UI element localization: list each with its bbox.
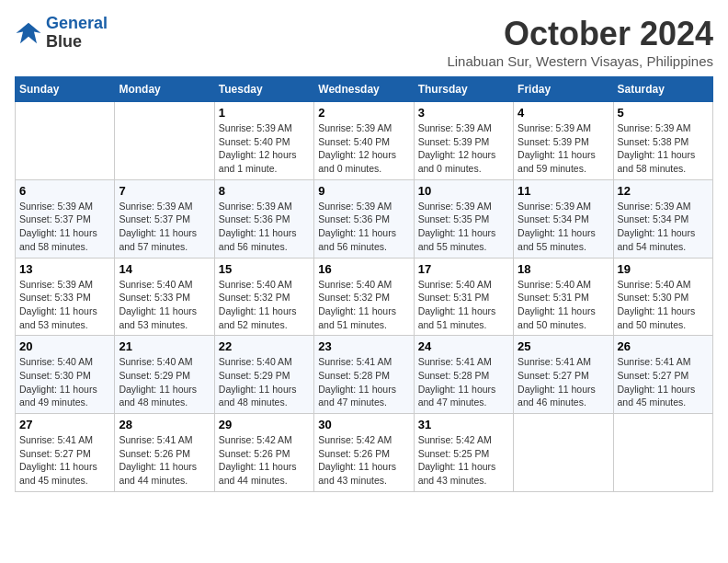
day-number: 27 <box>19 418 110 431</box>
header-wednesday: Wednesday <box>314 77 414 102</box>
day-number: 7 <box>119 184 210 198</box>
day-number: 18 <box>518 262 609 276</box>
day-info: Sunrise: 5:40 AM Sunset: 5:31 PM Dayligh… <box>418 278 509 332</box>
title-block: October 2024 Linabuan Sur, Western Visay… <box>447 15 713 69</box>
table-row: 26Sunrise: 5:41 AM Sunset: 5:27 PM Dayli… <box>613 336 712 414</box>
day-number: 25 <box>518 339 609 353</box>
table-row: 16Sunrise: 5:40 AM Sunset: 5:32 PM Dayli… <box>314 258 414 336</box>
day-info: Sunrise: 5:40 AM Sunset: 5:31 PM Dayligh… <box>518 278 609 332</box>
table-row: 14Sunrise: 5:40 AM Sunset: 5:33 PM Dayli… <box>115 258 214 336</box>
header-friday: Friday <box>514 77 613 102</box>
day-info: Sunrise: 5:39 AM Sunset: 5:34 PM Dayligh… <box>518 200 609 254</box>
day-info: Sunrise: 5:39 AM Sunset: 5:40 PM Dayligh… <box>318 121 409 176</box>
calendar-header-row: Sunday Monday Tuesday Wednesday Thursday… <box>16 77 713 102</box>
day-info: Sunrise: 5:42 AM Sunset: 5:25 PM Dayligh… <box>418 433 509 488</box>
day-number: 10 <box>418 184 509 198</box>
table-row: 10Sunrise: 5:39 AM Sunset: 5:35 PM Dayli… <box>414 179 513 258</box>
table-row: 8Sunrise: 5:39 AM Sunset: 5:36 PM Daylig… <box>214 179 313 258</box>
table-row <box>613 414 712 492</box>
day-number: 24 <box>418 339 509 353</box>
table-row: 1Sunrise: 5:39 AM Sunset: 5:40 PM Daylig… <box>214 102 313 180</box>
day-info: Sunrise: 5:39 AM Sunset: 5:33 PM Dayligh… <box>19 278 110 332</box>
day-info: Sunrise: 5:40 AM Sunset: 5:29 PM Dayligh… <box>219 355 310 409</box>
header-monday: Monday <box>115 77 214 102</box>
table-row: 18Sunrise: 5:40 AM Sunset: 5:31 PM Dayli… <box>514 258 613 336</box>
calendar-week-row: 1Sunrise: 5:39 AM Sunset: 5:40 PM Daylig… <box>16 102 713 180</box>
table-row: 6Sunrise: 5:39 AM Sunset: 5:37 PM Daylig… <box>16 179 115 258</box>
day-info: Sunrise: 5:41 AM Sunset: 5:28 PM Dayligh… <box>318 355 409 409</box>
table-row: 22Sunrise: 5:40 AM Sunset: 5:29 PM Dayli… <box>214 336 313 414</box>
day-info: Sunrise: 5:39 AM Sunset: 5:39 PM Dayligh… <box>518 121 609 176</box>
day-number: 6 <box>19 184 110 198</box>
calendar-week-row: 6Sunrise: 5:39 AM Sunset: 5:37 PM Daylig… <box>16 179 713 258</box>
table-row: 17Sunrise: 5:40 AM Sunset: 5:31 PM Dayli… <box>414 258 513 336</box>
table-row: 27Sunrise: 5:41 AM Sunset: 5:27 PM Dayli… <box>16 414 115 492</box>
day-number: 5 <box>618 106 709 120</box>
page-header: GeneralBlue October 2024 Linabuan Sur, W… <box>15 15 713 69</box>
day-number: 26 <box>618 339 709 353</box>
day-info: Sunrise: 5:41 AM Sunset: 5:27 PM Dayligh… <box>518 355 609 409</box>
day-number: 21 <box>119 339 210 353</box>
day-info: Sunrise: 5:40 AM Sunset: 5:29 PM Dayligh… <box>119 355 210 409</box>
table-row <box>514 414 613 492</box>
day-info: Sunrise: 5:39 AM Sunset: 5:39 PM Dayligh… <box>418 121 509 176</box>
header-saturday: Saturday <box>613 77 712 102</box>
table-row: 23Sunrise: 5:41 AM Sunset: 5:28 PM Dayli… <box>314 336 414 414</box>
table-row: 20Sunrise: 5:40 AM Sunset: 5:30 PM Dayli… <box>16 336 115 414</box>
day-number: 22 <box>219 339 310 353</box>
table-row: 24Sunrise: 5:41 AM Sunset: 5:28 PM Dayli… <box>414 336 513 414</box>
day-number: 28 <box>119 418 210 431</box>
calendar-table: Sunday Monday Tuesday Wednesday Thursday… <box>15 76 713 492</box>
day-info: Sunrise: 5:42 AM Sunset: 5:26 PM Dayligh… <box>318 433 409 488</box>
table-row: 25Sunrise: 5:41 AM Sunset: 5:27 PM Dayli… <box>514 336 613 414</box>
table-row: 15Sunrise: 5:40 AM Sunset: 5:32 PM Dayli… <box>214 258 313 336</box>
day-number: 11 <box>518 184 609 198</box>
svg-marker-0 <box>17 23 41 44</box>
day-number: 30 <box>318 418 409 431</box>
calendar-week-row: 27Sunrise: 5:41 AM Sunset: 5:27 PM Dayli… <box>16 414 713 492</box>
table-row: 29Sunrise: 5:42 AM Sunset: 5:26 PM Dayli… <box>214 414 313 492</box>
day-info: Sunrise: 5:39 AM Sunset: 5:36 PM Dayligh… <box>318 200 409 254</box>
table-row: 3Sunrise: 5:39 AM Sunset: 5:39 PM Daylig… <box>414 102 513 180</box>
table-row: 11Sunrise: 5:39 AM Sunset: 5:34 PM Dayli… <box>514 179 613 258</box>
day-info: Sunrise: 5:39 AM Sunset: 5:37 PM Dayligh… <box>119 200 210 254</box>
table-row: 13Sunrise: 5:39 AM Sunset: 5:33 PM Dayli… <box>16 258 115 336</box>
table-row: 30Sunrise: 5:42 AM Sunset: 5:26 PM Dayli… <box>314 414 414 492</box>
day-number: 8 <box>219 184 310 198</box>
location-title: Linabuan Sur, Western Visayas, Philippin… <box>447 53 713 69</box>
table-row: 12Sunrise: 5:39 AM Sunset: 5:34 PM Dayli… <box>613 179 712 258</box>
day-info: Sunrise: 5:41 AM Sunset: 5:27 PM Dayligh… <box>618 355 709 409</box>
header-tuesday: Tuesday <box>214 77 313 102</box>
day-number: 9 <box>318 184 409 198</box>
day-number: 15 <box>219 262 310 276</box>
day-number: 14 <box>119 262 210 276</box>
day-number: 12 <box>618 184 709 198</box>
day-info: Sunrise: 5:40 AM Sunset: 5:32 PM Dayligh… <box>318 278 409 332</box>
table-row: 21Sunrise: 5:40 AM Sunset: 5:29 PM Dayli… <box>115 336 214 414</box>
day-number: 20 <box>19 339 110 353</box>
day-number: 16 <box>318 262 409 276</box>
table-row: 2Sunrise: 5:39 AM Sunset: 5:40 PM Daylig… <box>314 102 414 180</box>
day-number: 29 <box>219 418 310 431</box>
day-info: Sunrise: 5:42 AM Sunset: 5:26 PM Dayligh… <box>219 433 310 488</box>
day-number: 19 <box>618 262 709 276</box>
table-row: 7Sunrise: 5:39 AM Sunset: 5:37 PM Daylig… <box>115 179 214 258</box>
table-row: 5Sunrise: 5:39 AM Sunset: 5:38 PM Daylig… <box>613 102 712 180</box>
day-info: Sunrise: 5:41 AM Sunset: 5:27 PM Dayligh… <box>19 433 110 488</box>
day-number: 2 <box>318 106 409 120</box>
day-info: Sunrise: 5:40 AM Sunset: 5:33 PM Dayligh… <box>119 278 210 332</box>
day-info: Sunrise: 5:41 AM Sunset: 5:28 PM Dayligh… <box>418 355 509 409</box>
table-row: 9Sunrise: 5:39 AM Sunset: 5:36 PM Daylig… <box>314 179 414 258</box>
day-info: Sunrise: 5:39 AM Sunset: 5:35 PM Dayligh… <box>418 200 509 254</box>
day-info: Sunrise: 5:40 AM Sunset: 5:30 PM Dayligh… <box>618 278 709 332</box>
table-row: 19Sunrise: 5:40 AM Sunset: 5:30 PM Dayli… <box>613 258 712 336</box>
table-row <box>16 102 115 180</box>
header-thursday: Thursday <box>414 77 513 102</box>
day-number: 31 <box>418 418 509 431</box>
day-number: 4 <box>518 106 609 120</box>
table-row: 28Sunrise: 5:41 AM Sunset: 5:26 PM Dayli… <box>115 414 214 492</box>
day-info: Sunrise: 5:39 AM Sunset: 5:36 PM Dayligh… <box>219 200 310 254</box>
day-number: 13 <box>19 262 110 276</box>
header-sunday: Sunday <box>16 77 115 102</box>
day-number: 1 <box>219 106 310 120</box>
